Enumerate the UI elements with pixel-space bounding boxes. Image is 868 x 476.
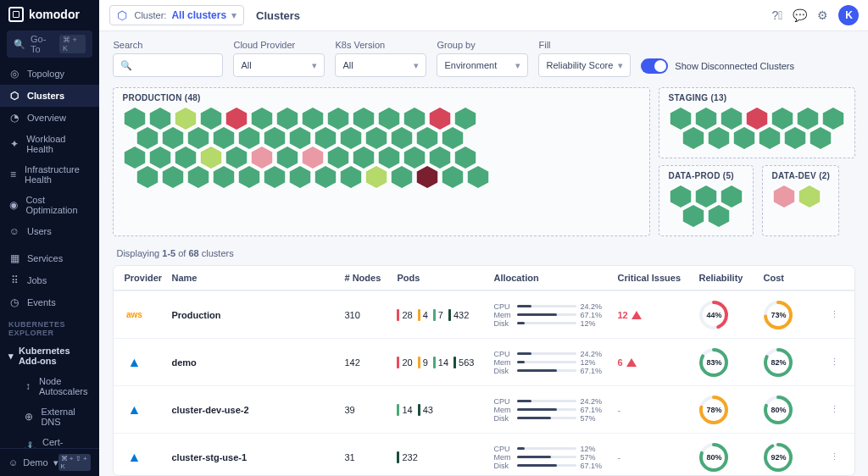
cluster-hex[interactable]	[808, 125, 833, 151]
th-reliability[interactable]: Reliability	[698, 273, 760, 283]
pods-cell: 2847432	[397, 309, 490, 321]
cluster-hex[interactable]	[681, 125, 706, 151]
cluster-hex[interactable]	[338, 164, 364, 190]
sidebar-item-jobs[interactable]: ⠿ Jobs	[0, 269, 99, 291]
th-critical[interactable]: Critical Issues	[617, 273, 695, 283]
avatar[interactable]: K	[838, 5, 859, 25]
cluster-hex[interactable]	[262, 164, 287, 190]
cluster-name: cluster-dev-use-2	[171, 405, 341, 415]
search-icon: 🔍	[14, 39, 25, 50]
pods-cell: 20914563	[397, 357, 490, 368]
sidebar-item-cert-manager[interactable]: ⚓ Cert-manager	[0, 432, 99, 448]
cluster-hex[interactable]	[797, 184, 822, 209]
cluster-hex[interactable]	[389, 164, 415, 190]
th-nodes[interactable]: # Nodes	[344, 273, 393, 283]
chat-icon[interactable]: 💬	[793, 8, 807, 22]
svg-marker-46	[264, 165, 286, 189]
sidebar-item-label: Cost Optimization	[25, 195, 91, 215]
cluster-hex[interactable]	[236, 164, 262, 190]
cluster-value: All clusters	[171, 9, 226, 21]
sidebar-item-infrastructure-health[interactable]: ≡ Infrastructure Health	[0, 159, 99, 190]
gauge: 80%	[698, 442, 729, 473]
cluster-hex[interactable]	[287, 164, 313, 190]
th-name[interactable]: Name	[171, 273, 341, 283]
th-pods[interactable]: Pods	[397, 273, 490, 283]
brand-logo[interactable]: komodor	[0, 0, 99, 29]
allocation-cell: CPU24.2%Mem12%Disk67.1%	[493, 350, 614, 375]
row-menu-button[interactable]: ⋮	[824, 451, 844, 462]
table-row[interactable]: ▲ cluster-stg-use-1 31 232 CPU12%Mem57%D…	[114, 433, 854, 476]
sidebar-item-label: Cert-manager	[42, 437, 91, 448]
cluster-hex[interactable]	[440, 164, 465, 190]
sidebar-footer[interactable]: ☺ Demo ▾ ⌘ + ⇧ + K	[0, 448, 99, 476]
sidebar-item-overview[interactable]: ◔ Overview	[0, 107, 99, 129]
gear-icon[interactable]: ⚙	[817, 8, 828, 22]
cluster-hex[interactable]	[771, 184, 797, 209]
overview-icon: ◔	[8, 112, 20, 124]
search-input[interactable]: 🔍	[113, 53, 223, 77]
cluster-hex[interactable]	[681, 203, 706, 229]
cluster-hex[interactable]	[757, 125, 782, 151]
services-icon: ▦	[8, 252, 20, 264]
cluster-hex[interactable]	[160, 164, 186, 190]
addons-label: Kubernetes Add-ons	[19, 346, 91, 366]
sidebar-item-users[interactable]: ☺ Users	[0, 220, 99, 242]
goto-search[interactable]: 🔍 Go-To ⌘ + K	[7, 30, 92, 58]
cluster-hex[interactable]	[313, 164, 338, 190]
svg-marker-49	[340, 165, 362, 189]
cluster-hex[interactable]	[732, 125, 757, 151]
table-row[interactable]: aws Production 310 2847432 CPU24.2%Mem67…	[114, 291, 854, 338]
allocation-cell: CPU12%Mem57%Disk67.1%	[493, 445, 614, 470]
cluster-hex[interactable]	[415, 164, 440, 190]
row-menu-button[interactable]: ⋮	[824, 357, 844, 368]
sidebar-item-node-autoscalers[interactable]: ↕ Node Autoscalers	[0, 371, 99, 401]
critical-badge: 6	[617, 357, 695, 368]
cluster-selector[interactable]: ⬡ Cluster: All clusters ▾	[109, 5, 244, 25]
addons-group[interactable]: ▾ Kubernetes Add-ons	[0, 340, 99, 371]
cluster-hex[interactable]	[364, 164, 389, 190]
cloud-select[interactable]: All▾	[233, 53, 325, 77]
goto-placeholder: Go-To	[31, 34, 54, 54]
row-menu-button[interactable]: ⋮	[824, 309, 844, 320]
pods-cell: 1443	[397, 404, 490, 416]
svg-marker-51	[391, 165, 413, 189]
row-menu-button[interactable]: ⋮	[824, 404, 844, 415]
topology-icon: ◎	[8, 68, 20, 80]
sidebar-item-services[interactable]: ▦ Services	[0, 247, 99, 269]
help-icon[interactable]: ?⃝	[772, 8, 783, 22]
sidebar-item-events[interactable]: ◷ Events	[0, 291, 99, 313]
cluster-hex[interactable]	[706, 203, 732, 229]
node-count: 142	[344, 357, 393, 368]
group-production: PRODUCTION (48)	[113, 87, 650, 236]
k8s-select[interactable]: All▾	[335, 53, 426, 77]
th-cost[interactable]: Cost	[763, 273, 821, 283]
cluster-hex[interactable]	[465, 164, 491, 190]
table-header: Provider Name # Nodes Pods Allocation Cr…	[114, 266, 854, 291]
sidebar-item-workload-health[interactable]: ✦ Workload Health	[0, 129, 99, 159]
group-select[interactable]: Environment▾	[437, 53, 528, 77]
chevron-down-icon: ▾	[312, 60, 317, 71]
cluster-hex[interactable]	[186, 164, 211, 190]
fill-select[interactable]: Reliability Score▾	[538, 53, 631, 77]
sidebar-item-clusters[interactable]: ⬡ Clusters	[0, 85, 99, 107]
cluster-icon: ⬡	[117, 9, 129, 21]
sidebar-item-cost-optimization[interactable]: ◉ Cost Optimization	[0, 190, 99, 220]
svg-marker-44	[213, 165, 235, 189]
cluster-hex[interactable]	[706, 125, 732, 151]
th-allocation[interactable]: Allocation	[493, 273, 614, 283]
k8s-label: K8s Version	[335, 40, 426, 50]
table-row[interactable]: ▲ demo 142 20914563 CPU24.2%Mem12%Disk67…	[114, 338, 854, 385]
gauge: 78%	[698, 395, 729, 425]
cluster-hex[interactable]	[782, 125, 808, 151]
cluster-hex[interactable]	[211, 164, 236, 190]
cluster-groups: PRODUCTION (48) STAGING (13) DATA-PROD (…	[99, 87, 868, 243]
svg-marker-47	[289, 165, 311, 189]
svg-marker-43	[187, 165, 209, 189]
sidebar-item-label: Node Autoscalers	[39, 376, 91, 396]
th-provider[interactable]: Provider	[124, 273, 168, 283]
disconnected-toggle[interactable]	[641, 58, 668, 74]
sidebar-item-external-dns[interactable]: ⊕ External DNS	[0, 401, 99, 432]
cluster-hex[interactable]	[135, 164, 160, 190]
sidebar-item-topology[interactable]: ◎ Topology	[0, 63, 99, 85]
table-row[interactable]: ▲ cluster-dev-use-2 39 1443 CPU24.2%Mem6…	[114, 385, 854, 433]
